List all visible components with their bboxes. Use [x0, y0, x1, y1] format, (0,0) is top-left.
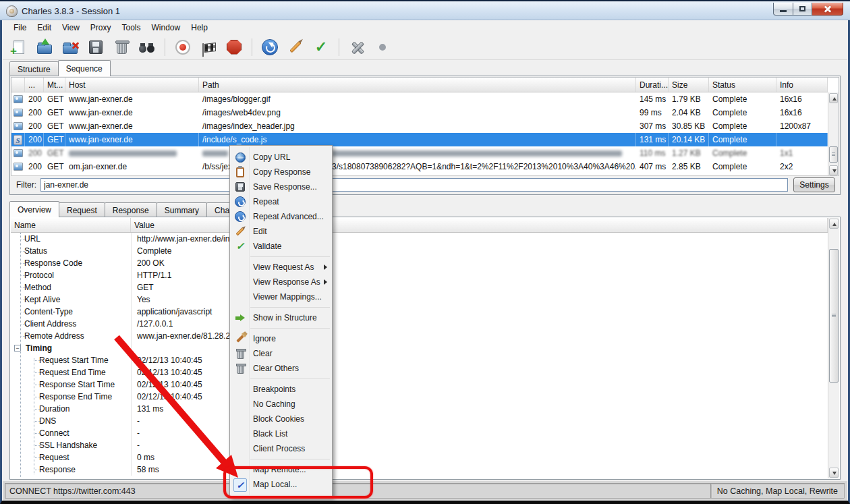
scrollbar-thumb[interactable]: [829, 146, 838, 163]
tab-response[interactable]: Response: [105, 202, 157, 217]
throttle-button[interactable]: [199, 38, 218, 57]
kv-row[interactable]: ProtocolHTTP/1.1: [11, 269, 828, 281]
repeat-button[interactable]: [260, 38, 279, 57]
kv-row[interactable]: Request Start Time02/12/13 10:40:45: [11, 354, 828, 366]
kv-row[interactable]: Kept AliveYes: [11, 293, 828, 306]
column-info[interactable]: Info: [776, 78, 828, 92]
column-path[interactable]: Path: [199, 78, 636, 92]
kv-row[interactable]: Response58 ms: [11, 464, 828, 476]
request-row-selected[interactable]: S 200 GET www.jan-exner.de /include/s_co…: [11, 133, 828, 146]
menu-tools[interactable]: Tools: [117, 22, 146, 34]
breakpoints-button[interactable]: [225, 38, 244, 57]
menu-item-clear-others[interactable]: Clear Others: [230, 361, 332, 376]
clear-session-button[interactable]: [112, 38, 131, 57]
menu-help[interactable]: Help: [186, 22, 213, 34]
tab-sequence[interactable]: Sequence: [58, 60, 111, 76]
menu-item-copy-url[interactable]: Copy URL: [230, 150, 332, 165]
menu-item-show-in-structure[interactable]: Show in Structure: [230, 310, 332, 325]
kv-row[interactable]: Duration131 ms: [11, 403, 828, 415]
request-row[interactable]: 200 GET www.jan-exner.de /images/index_h…: [11, 119, 828, 133]
overview-scrollbar[interactable]: [828, 218, 839, 478]
kv-row[interactable]: Connect-: [11, 427, 828, 439]
tab-overview[interactable]: Overview: [9, 201, 59, 217]
kv-row[interactable]: SSL Handshake-: [11, 439, 828, 451]
column-code[interactable]: ...: [25, 78, 44, 92]
edit-button[interactable]: [286, 38, 305, 57]
menu-item-map-remote[interactable]: Map Remote...: [230, 462, 332, 477]
menu-item-no-caching[interactable]: No Caching: [230, 397, 332, 412]
menu-edit[interactable]: Edit: [32, 22, 57, 34]
minimize-button[interactable]: [773, 3, 793, 16]
menu-view[interactable]: View: [57, 22, 85, 34]
menu-item-save-response[interactable]: Save Response...: [230, 179, 332, 194]
scroll-down-button[interactable]: [829, 165, 838, 175]
find-button[interactable]: [138, 38, 157, 57]
menu-item-view-request-as[interactable]: View Request As: [230, 260, 332, 275]
record-button[interactable]: [173, 38, 192, 57]
kv-row[interactable]: Response End Time02/12/13 10:40:45: [11, 391, 828, 403]
tab-structure[interactable]: Structure: [9, 61, 59, 76]
maximize-button[interactable]: [793, 3, 812, 16]
menu-item-client-process[interactable]: Client Process: [230, 441, 332, 456]
column-host[interactable]: Host: [65, 78, 199, 92]
close-session-button[interactable]: [61, 38, 80, 57]
column-icon[interactable]: [11, 78, 25, 92]
tools-button[interactable]: [347, 38, 366, 57]
toolbar-separator: [339, 38, 339, 56]
request-row-redacted[interactable]: 200 GET 110 ms 1.27 KB Complete 1x1: [11, 146, 828, 160]
kv-row[interactable]: Client Address/127.0.0.1: [11, 318, 828, 330]
menu-item-view-response-as[interactable]: View Response As: [230, 275, 332, 289]
column-duration[interactable]: Durati...: [636, 78, 669, 92]
menu-item-validate[interactable]: ✓Validate: [230, 239, 332, 254]
settings-button[interactable]: Settings: [793, 177, 835, 192]
table-scrollbar[interactable]: [828, 92, 839, 176]
request-row[interactable]: 200 GET www.jan-exner.de /images/blogger…: [11, 92, 828, 106]
open-session-button[interactable]: [35, 38, 54, 57]
scrollbar-thumb[interactable]: [829, 249, 839, 383]
kv-row[interactable]: Response Code200 OK: [11, 257, 828, 269]
menu-item-clear[interactable]: Clear: [230, 346, 332, 361]
settings-button-toolbar[interactable]: [373, 38, 392, 57]
kv-row-timing-group[interactable]: −Timing: [11, 342, 828, 354]
menu-item-breakpoints[interactable]: Breakpoints: [230, 382, 332, 397]
menu-item-viewer-mappings[interactable]: Viewer Mappings...: [230, 289, 332, 304]
menu-window[interactable]: Window: [146, 22, 186, 34]
kv-row[interactable]: Content-Typeapplication/javascript: [11, 306, 828, 318]
scroll-up-button[interactable]: [829, 93, 838, 103]
tab-request[interactable]: Request: [59, 202, 105, 217]
check-icon: ✓: [315, 40, 327, 55]
column-name[interactable]: Name: [11, 218, 131, 232]
column-method[interactable]: Mt...: [44, 78, 65, 92]
kv-row[interactable]: URLhttp://www.jan-exner.de/in: [11, 233, 828, 245]
menu-item-copy-response[interactable]: Copy Response: [230, 165, 332, 179]
kv-row[interactable]: Remote Addresswww.jan-exner.de/81.28.232: [11, 330, 828, 342]
request-row[interactable]: 200 GET om.jan-exner.de /b/ss/jex3/s1808…: [11, 160, 828, 173]
save-session-button[interactable]: [86, 38, 105, 57]
kv-row[interactable]: StatusComplete: [11, 245, 828, 257]
new-session-button[interactable]: [9, 38, 28, 57]
menu-item-block-cookies[interactable]: Block Cookies: [230, 412, 332, 426]
menu-proxy[interactable]: Proxy: [85, 22, 117, 34]
menu-item-repeat[interactable]: Repeat: [230, 194, 332, 209]
kv-row[interactable]: Request0 ms: [11, 451, 828, 464]
menu-item-repeat-advanced[interactable]: Repeat Advanced...: [230, 209, 332, 224]
menu-item-edit[interactable]: Edit: [230, 224, 332, 239]
kv-row[interactable]: DNS-: [11, 415, 828, 427]
request-row[interactable]: 200 GET www.jan-exner.de /images/web4dev…: [11, 106, 828, 119]
column-size[interactable]: Size: [669, 78, 709, 92]
kv-row[interactable]: Request End Time02/12/13 10:40:45: [11, 366, 828, 379]
scroll-up-button[interactable]: [829, 219, 839, 229]
kv-row[interactable]: MethodGET: [11, 281, 828, 293]
kv-row[interactable]: Response Start Time02/12/13 10:40:45: [11, 379, 828, 391]
filter-input[interactable]: [40, 178, 788, 192]
menu-item-ignore[interactable]: Ignore: [230, 331, 332, 346]
scroll-down-button[interactable]: [829, 468, 839, 478]
tab-summary[interactable]: Summary: [157, 202, 207, 217]
menu-item-map-local[interactable]: ✓Map Local...: [230, 477, 332, 492]
collapse-toggle[interactable]: −: [14, 345, 21, 352]
close-button[interactable]: [812, 3, 843, 16]
column-status[interactable]: Status: [709, 78, 776, 92]
menu-file[interactable]: File: [8, 22, 32, 34]
menu-item-black-list[interactable]: Black List: [230, 426, 332, 441]
validate-button[interactable]: ✓: [312, 38, 331, 57]
